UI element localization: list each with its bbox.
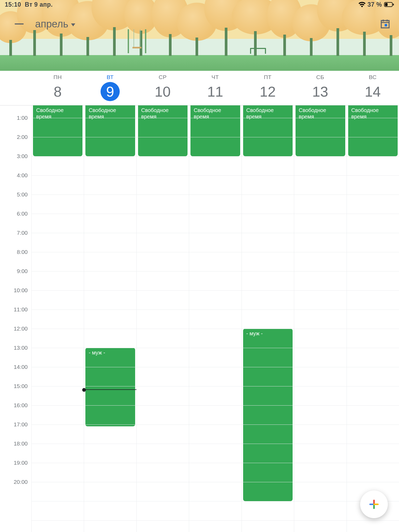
- hour-gridline: [31, 386, 399, 386]
- hour-label: 12:00: [14, 325, 28, 332]
- hour-gridline: [31, 444, 399, 444]
- hour-label: 14:00: [14, 364, 28, 370]
- calendar-grid[interactable]: 1:002:003:004:005:006:007:008:009:0010:0…: [0, 105, 399, 532]
- event-item[interactable]: - муж -: [243, 329, 293, 501]
- current-time-indicator: [84, 389, 136, 390]
- hour-label: 17:00: [14, 421, 28, 428]
- svg-rect-1: [385, 3, 388, 6]
- day-column-6[interactable]: Свободное время: [347, 105, 399, 532]
- status-bar: 15:10 Вт 9 апр. 37 %: [0, 0, 399, 8]
- hour-gridline: [31, 195, 399, 195]
- day-header-6[interactable]: ВС14: [347, 71, 399, 105]
- hour-label: 2:00: [17, 134, 28, 140]
- hour-gridline: [31, 310, 399, 310]
- event-item[interactable]: - муж -: [85, 348, 135, 426]
- month-picker[interactable]: апрель: [35, 18, 75, 30]
- hour-gridline: [31, 118, 399, 118]
- chevron-down-icon: [71, 23, 75, 26]
- app-bar: апрель: [0, 8, 399, 35]
- svg-rect-3: [385, 24, 387, 26]
- hour-gridline: [31, 482, 399, 482]
- hour-label: 18:00: [14, 440, 28, 447]
- plus-icon: [368, 498, 380, 510]
- hour-label: 3:00: [17, 153, 28, 159]
- battery-icon: [384, 2, 394, 7]
- hour-label: 6:00: [17, 211, 28, 217]
- status-date: Вт 9 апр.: [25, 1, 53, 8]
- day-of-month-label: 14: [363, 82, 382, 101]
- day-header-row: ПН8ВТ9СР10ЧТ11ПТ12СБ13ВС14: [0, 71, 399, 105]
- hour-gridline: [31, 214, 399, 214]
- day-of-week-label: СБ: [316, 74, 324, 80]
- hour-gridline: [31, 252, 399, 252]
- event-free-time[interactable]: Свободное время: [348, 105, 398, 156]
- event-free-time[interactable]: Свободное время: [296, 105, 345, 156]
- hour-gridline: [31, 156, 399, 156]
- hour-gridline: [31, 367, 399, 367]
- menu-icon: [15, 23, 24, 24]
- day-header-3[interactable]: ЧТ11: [189, 71, 241, 105]
- hour-label: 19:00: [14, 460, 28, 466]
- hour-gridline: [31, 463, 399, 463]
- hour-gridline: [31, 290, 399, 291]
- day-header-4[interactable]: ПТ12: [242, 71, 294, 105]
- event-free-time[interactable]: Свободное время: [85, 105, 135, 156]
- month-label: апрель: [35, 18, 68, 30]
- day-of-week-label: ВТ: [107, 74, 114, 80]
- hour-gridline: [31, 348, 399, 348]
- time-gutter: 1:002:003:004:005:006:007:008:009:0010:0…: [0, 105, 31, 532]
- day-column-2[interactable]: Свободное время: [136, 105, 189, 532]
- day-of-week-label: ЧТ: [211, 74, 219, 80]
- day-of-week-label: ПТ: [264, 74, 272, 80]
- hour-gridline: [31, 520, 399, 521]
- day-of-month-label: 8: [48, 82, 67, 101]
- hour-label: 11:00: [14, 306, 28, 313]
- event-free-time[interactable]: Свободное время: [243, 105, 293, 156]
- hour-gridline: [31, 233, 399, 233]
- hour-label: 16:00: [14, 402, 28, 409]
- hour-gridline: [31, 329, 399, 329]
- day-column-5[interactable]: Свободное время: [294, 105, 346, 532]
- hour-label: 8:00: [17, 249, 28, 255]
- svg-rect-2: [393, 4, 394, 6]
- wifi-icon: [359, 2, 365, 7]
- day-header-1[interactable]: ВТ9: [84, 71, 136, 105]
- status-time: 15:10: [5, 1, 21, 8]
- hour-label: 1:00: [17, 115, 28, 121]
- day-of-week-label: СР: [159, 74, 167, 80]
- status-battery-pct: 37 %: [368, 1, 382, 8]
- hour-label: 10:00: [14, 287, 28, 294]
- day-column-4[interactable]: Свободное время- муж -: [242, 105, 294, 532]
- calendar-today-icon: [379, 18, 391, 30]
- hour-label: 13:00: [14, 345, 28, 351]
- day-of-month-label: 10: [153, 82, 172, 101]
- day-column-1[interactable]: Свободное время- муж -: [84, 105, 136, 532]
- hour-gridline: [31, 175, 399, 176]
- day-header-5[interactable]: СБ13: [294, 71, 346, 105]
- hour-label: 4:00: [17, 172, 28, 179]
- hour-label: 5:00: [17, 191, 28, 198]
- day-header-0[interactable]: ПН8: [31, 71, 84, 105]
- event-free-time[interactable]: Свободное время: [33, 105, 82, 156]
- hour-label: 20:00: [14, 479, 28, 485]
- event-free-time[interactable]: Свободное время: [190, 105, 240, 156]
- hour-gridline: [31, 137, 399, 137]
- day-of-month-label: 11: [206, 82, 225, 101]
- hour-label: 9:00: [17, 268, 28, 274]
- day-of-week-label: ВС: [369, 74, 377, 80]
- hour-gridline: [31, 271, 399, 271]
- hour-label: 15:00: [14, 383, 28, 389]
- day-of-month-label: 9: [101, 82, 120, 101]
- day-column-3[interactable]: Свободное время: [189, 105, 241, 532]
- hour-gridline: [31, 501, 399, 501]
- day-of-week-label: ПН: [53, 74, 62, 80]
- hour-label: 7:00: [17, 230, 28, 236]
- day-of-month-label: 12: [258, 82, 277, 101]
- hour-gridline: [31, 424, 399, 425]
- day-header-2[interactable]: СР10: [136, 71, 189, 105]
- event-free-time[interactable]: Свободное время: [138, 105, 188, 156]
- today-button[interactable]: [379, 18, 391, 30]
- create-event-button[interactable]: [360, 490, 388, 518]
- menu-button[interactable]: [12, 17, 26, 31]
- day-column-0[interactable]: Свободное время: [31, 105, 84, 532]
